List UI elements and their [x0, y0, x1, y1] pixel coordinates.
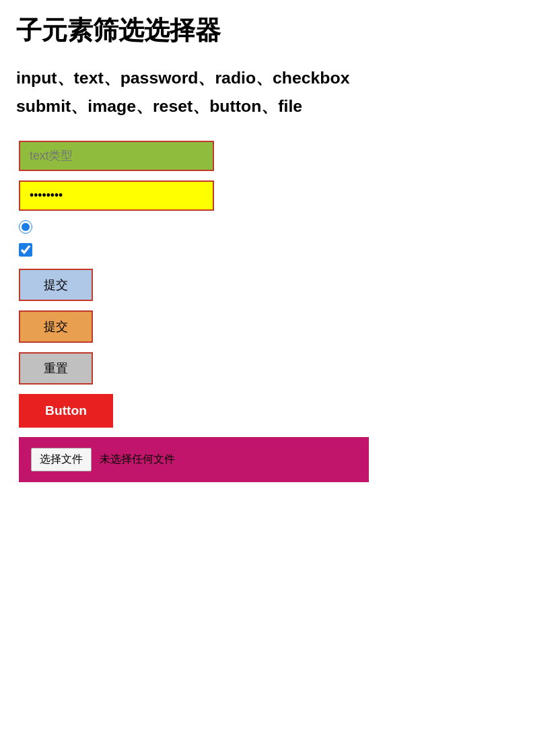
button-input[interactable]: Button [19, 394, 113, 428]
checkbox-row [19, 243, 544, 259]
reset-button[interactable]: 重置 [19, 352, 93, 385]
file-choose-button[interactable]: 选择文件 [31, 448, 92, 471]
selector-line-2: submit、image、reset、button、file [16, 92, 544, 121]
page-title: 子元素筛选选择器 [16, 13, 544, 48]
selector-line-1: input、text、password、radio、checkbox [16, 64, 544, 92]
selector-description: input、text、password、radio、checkbox submi… [16, 64, 544, 121]
radio-input[interactable] [19, 220, 32, 234]
radio-row [19, 220, 544, 234]
checkbox-input[interactable] [19, 243, 32, 257]
form-area: 提交 提交 重置 Button 选择文件 未选择任何文件 [16, 141, 544, 482]
submit-button-2[interactable]: 提交 [19, 310, 93, 343]
password-input[interactable] [19, 180, 214, 211]
text-input[interactable] [19, 141, 214, 171]
file-no-file-label: 未选择任何文件 [100, 453, 175, 467]
file-input-container: 选择文件 未选择任何文件 [19, 437, 369, 482]
submit-button-1[interactable]: 提交 [19, 269, 93, 301]
